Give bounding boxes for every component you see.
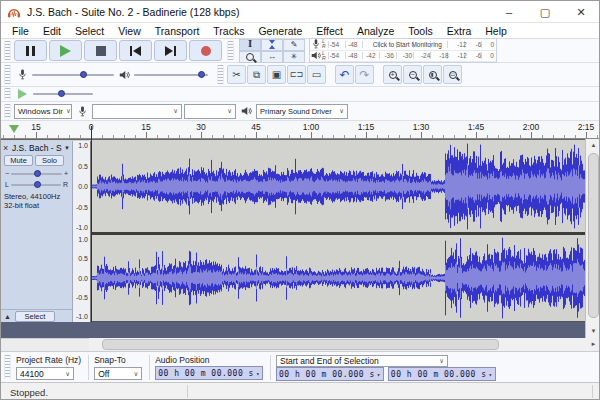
pan-slider[interactable] xyxy=(11,184,61,186)
track-select-button[interactable]: Select xyxy=(15,311,55,322)
toolbar-gripper[interactable] xyxy=(227,41,234,59)
cut-button[interactable]: ✂ xyxy=(227,65,246,84)
play-button[interactable] xyxy=(49,40,82,61)
status-separator xyxy=(187,385,188,398)
gain-slider[interactable] xyxy=(11,173,62,175)
horizontal-scrollbar[interactable]: ◄ ► xyxy=(1,338,599,351)
audio-position-field[interactable]: 00 h 00 m 00.000 s ▾ xyxy=(155,366,263,380)
project-rate-select[interactable]: 44100 ∨ xyxy=(16,367,74,380)
toolbar-gripper[interactable] xyxy=(4,41,11,59)
recording-device-select[interactable]: ∨ xyxy=(92,104,182,119)
meter-monitoring-hint[interactable]: Click to Start Monitoring xyxy=(357,41,457,48)
toolbar-gripper[interactable] xyxy=(217,65,224,83)
waveform-area[interactable] xyxy=(91,141,585,323)
play-speed-slider[interactable] xyxy=(33,93,93,95)
selection-tool-button[interactable]: I xyxy=(239,39,261,51)
play-at-speed-button[interactable] xyxy=(14,89,31,99)
recording-meter[interactable]: LR -54-48 Click to Start Monitoring -12-… xyxy=(310,39,496,51)
snap-to-select[interactable]: Off ∨ xyxy=(94,367,142,380)
cut-icon: ✂ xyxy=(232,69,240,80)
envelope-tool-button[interactable] xyxy=(261,39,283,51)
silence-audio-button[interactable]: ▭ xyxy=(307,65,326,84)
skip-to-start-button[interactable] xyxy=(119,40,152,61)
scroll-right-icon[interactable]: ► xyxy=(587,338,600,351)
playback-volume-thumb[interactable] xyxy=(198,71,205,78)
maximize-button[interactable]: ▢ xyxy=(527,1,563,23)
timeline-play-pin-icon[interactable] xyxy=(9,125,19,133)
track-name[interactable]: J.S. Bach - S xyxy=(12,143,64,153)
minimize-button[interactable]: – xyxy=(491,1,527,23)
selection-start-field[interactable]: 00 h 00 m 00.000 s ▾ xyxy=(276,367,384,381)
mute-button[interactable]: Mute xyxy=(4,155,33,166)
menu-item[interactable]: Tracks xyxy=(206,25,251,37)
paste-button[interactable]: ▣ xyxy=(267,65,286,84)
pause-button[interactable] xyxy=(14,40,47,61)
zoom-fit-project-button[interactable]: ▭ xyxy=(443,65,462,84)
waveform-channel-2[interactable] xyxy=(91,235,585,321)
field-dropdown-icon[interactable]: ▾ xyxy=(377,371,381,378)
recording-volume-thumb[interactable] xyxy=(80,71,87,78)
playback-volume-slider[interactable] xyxy=(134,74,208,76)
recording-volume-slider[interactable] xyxy=(32,74,114,76)
zoom-to-selection-button[interactable]: ▮ xyxy=(423,65,442,84)
stop-button[interactable] xyxy=(84,40,117,61)
selection-end-field[interactable]: 00 h 00 m 00.000 s ▾ xyxy=(388,367,496,381)
waveform-channel-1[interactable] xyxy=(91,141,585,232)
vertical-scrollbar[interactable]: ▲ ▼ xyxy=(585,139,600,338)
playback-cursor xyxy=(91,126,92,322)
audio-host-select[interactable]: Windows Dir ∨ xyxy=(14,104,72,119)
menu-item[interactable]: Effect xyxy=(309,25,350,37)
menu-item[interactable]: File xyxy=(5,25,36,37)
horizontal-scrollbar-thumb[interactable] xyxy=(102,339,499,350)
scroll-down-icon[interactable]: ▼ xyxy=(586,325,600,338)
meter-tick-label: -54 xyxy=(330,52,339,59)
recording-channels-select[interactable]: ∨ xyxy=(184,104,236,119)
trim-audio-button[interactable]: ⊏⊐ xyxy=(287,65,306,84)
menu-item[interactable]: Analyze xyxy=(350,25,401,37)
toolbar-gripper[interactable] xyxy=(4,88,11,99)
vertical-scrollbar-thumb[interactable] xyxy=(588,153,599,318)
track-control-panel[interactable]: × J.S. Bach - S ▼ Mute Solo − + L R Ster… xyxy=(1,141,73,323)
draw-tool-button[interactable]: ✎ xyxy=(283,39,305,51)
menu-item[interactable]: Generate xyxy=(251,25,309,37)
playback-meter[interactable]: LR -54-48-42-36-30-24-18-12-60 xyxy=(310,51,496,63)
menu-item[interactable]: Edit xyxy=(36,25,68,37)
menu-item[interactable]: Select xyxy=(68,25,111,37)
zoom-out-button[interactable]: − xyxy=(403,65,422,84)
zoom-in-button[interactable]: + xyxy=(383,65,402,84)
snap-to-label: Snap-To xyxy=(94,355,142,365)
vertical-scale-ruler[interactable]: 1.00.50.0-0.5-1.0 1.00.50.0-0.5-1.0 xyxy=(73,141,91,323)
recording-device-icon xyxy=(76,106,88,117)
toolbar-gripper[interactable] xyxy=(4,104,11,118)
toolbar-gripper[interactable] xyxy=(4,65,11,83)
field-dropdown-icon[interactable]: ▾ xyxy=(256,370,260,377)
pencil-icon: ✎ xyxy=(291,40,298,49)
pan-thumb[interactable] xyxy=(34,181,41,188)
menu-item[interactable]: Tools xyxy=(401,25,440,37)
multi-tool-button[interactable]: ✳ xyxy=(283,51,305,63)
menu-item[interactable]: Help xyxy=(478,25,514,37)
menu-item[interactable]: Extra xyxy=(440,25,479,37)
zoom-tool-button[interactable] xyxy=(239,51,261,63)
menu-item[interactable]: Transport xyxy=(148,25,207,37)
window-title: J.S. Bach - Suite No. 2 - Badinerie (128… xyxy=(27,6,239,18)
track-close-icon[interactable]: × xyxy=(3,143,12,153)
undo-button[interactable]: ↶ xyxy=(335,65,354,84)
track-collapse-icon[interactable]: ▲ xyxy=(4,313,11,320)
play-speed-thumb[interactable] xyxy=(58,90,65,97)
selection-mode-select[interactable]: Start and End of Selection ∨ xyxy=(276,355,448,367)
solo-button[interactable]: Solo xyxy=(35,155,64,166)
toolbar-gripper[interactable] xyxy=(4,355,11,379)
close-button[interactable]: ✕ xyxy=(563,1,599,23)
track-menu-icon[interactable]: ▼ xyxy=(64,145,70,151)
scroll-up-icon[interactable]: ▲ xyxy=(586,139,600,152)
field-dropdown-icon[interactable]: ▾ xyxy=(489,371,493,378)
skip-to-end-button[interactable] xyxy=(154,40,187,61)
record-button[interactable] xyxy=(189,40,222,61)
playback-device-select[interactable]: Primary Sound Driver ∨ xyxy=(256,104,348,119)
menu-item[interactable]: View xyxy=(111,25,148,37)
copy-button[interactable]: ⧉ xyxy=(247,65,266,84)
redo-button[interactable]: ↷ xyxy=(355,65,374,84)
timeshift-tool-button[interactable]: ↔ xyxy=(261,51,283,63)
gain-thumb[interactable] xyxy=(34,170,41,177)
